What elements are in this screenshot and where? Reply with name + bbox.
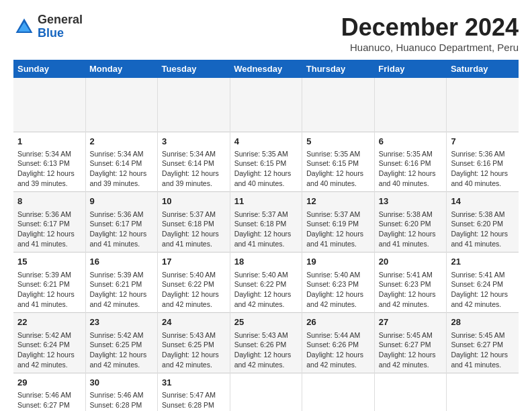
- day-number: 5: [306, 136, 370, 148]
- calendar-cell: 8Sunrise: 5:36 AMSunset: 6:17 PMDaylight…: [13, 192, 85, 253]
- calendar-cell: 21Sunrise: 5:41 AMSunset: 6:24 PMDayligh…: [447, 253, 519, 313]
- week-row-5: 22Sunrise: 5:42 AMSunset: 6:24 PMDayligh…: [13, 313, 519, 373]
- day-info: Sunrise: 5:35 AMSunset: 6:16 PMDaylight:…: [379, 149, 443, 189]
- logo: General Blue: [13, 13, 83, 40]
- day-info: Sunrise: 5:37 AMSunset: 6:19 PMDaylight:…: [306, 210, 370, 249]
- day-info: Sunrise: 5:35 AMSunset: 6:15 PMDaylight:…: [306, 149, 370, 189]
- calendar-cell: [230, 373, 302, 411]
- calendar-cell: 19Sunrise: 5:40 AMSunset: 6:23 PMDayligh…: [302, 253, 375, 313]
- day-number: 3: [162, 136, 226, 148]
- calendar-cell: 29Sunrise: 5:46 AMSunset: 6:27 PMDayligh…: [13, 373, 85, 411]
- week-row-6: 29Sunrise: 5:46 AMSunset: 6:27 PMDayligh…: [13, 373, 519, 411]
- day-info: Sunrise: 5:41 AMSunset: 6:23 PMDaylight:…: [379, 270, 443, 310]
- day-info: Sunrise: 5:46 AMSunset: 6:27 PMDaylight:…: [17, 390, 81, 411]
- location-title: Huanuco, Huanuco Department, Peru: [341, 42, 519, 53]
- calendar-cell: [374, 78, 447, 132]
- calendar-cell: 1Sunrise: 5:34 AMSunset: 6:13 PMDaylight…: [13, 132, 85, 192]
- calendar-cell: 10Sunrise: 5:37 AMSunset: 6:18 PMDayligh…: [158, 192, 230, 253]
- day-info: Sunrise: 5:35 AMSunset: 6:15 PMDaylight:…: [234, 149, 298, 189]
- day-number: 9: [90, 195, 154, 208]
- day-number: 21: [451, 256, 515, 268]
- col-header-sunday: Sunday: [13, 60, 85, 78]
- week-row-1: [13, 78, 519, 132]
- day-info: Sunrise: 5:45 AMSunset: 6:27 PMDaylight:…: [451, 330, 515, 370]
- calendar-cell: 26Sunrise: 5:44 AMSunset: 6:26 PMDayligh…: [302, 313, 375, 373]
- day-info: Sunrise: 5:40 AMSunset: 6:22 PMDaylight:…: [162, 270, 226, 310]
- calendar-cell: [447, 78, 519, 132]
- calendar-cell: [13, 78, 85, 132]
- day-number: 31: [162, 377, 226, 389]
- calendar-cell: 7Sunrise: 5:36 AMSunset: 6:16 PMDaylight…: [447, 132, 519, 192]
- day-number: 28: [451, 316, 515, 328]
- day-number: 4: [234, 136, 298, 148]
- week-row-2: 1Sunrise: 5:34 AMSunset: 6:13 PMDaylight…: [13, 132, 519, 192]
- day-info: Sunrise: 5:36 AMSunset: 6:16 PMDaylight:…: [451, 149, 515, 189]
- day-number: 17: [162, 256, 226, 268]
- day-info: Sunrise: 5:47 AMSunset: 6:28 PMDaylight:…: [162, 390, 226, 411]
- calendar-cell: 25Sunrise: 5:43 AMSunset: 6:26 PMDayligh…: [230, 313, 302, 373]
- calendar-cell: 28Sunrise: 5:45 AMSunset: 6:27 PMDayligh…: [447, 313, 519, 373]
- week-row-3: 8Sunrise: 5:36 AMSunset: 6:17 PMDaylight…: [13, 192, 519, 253]
- calendar-cell: 4Sunrise: 5:35 AMSunset: 6:15 PMDaylight…: [230, 132, 302, 192]
- calendar-cell: 31Sunrise: 5:47 AMSunset: 6:28 PMDayligh…: [158, 373, 230, 411]
- calendar-cell: 16Sunrise: 5:39 AMSunset: 6:21 PMDayligh…: [85, 253, 158, 313]
- calendar-cell: 9Sunrise: 5:36 AMSunset: 6:17 PMDaylight…: [85, 192, 158, 253]
- calendar-cell: 5Sunrise: 5:35 AMSunset: 6:15 PMDaylight…: [302, 132, 375, 192]
- day-number: 11: [234, 195, 298, 208]
- day-number: 7: [451, 136, 515, 148]
- calendar-cell: 17Sunrise: 5:40 AMSunset: 6:22 PMDayligh…: [158, 253, 230, 313]
- calendar-cell: 20Sunrise: 5:41 AMSunset: 6:23 PMDayligh…: [374, 253, 447, 313]
- col-header-thursday: Thursday: [302, 60, 375, 78]
- day-number: 22: [17, 316, 81, 328]
- day-number: 24: [162, 316, 226, 328]
- day-number: 1: [17, 136, 81, 148]
- calendar-cell: [302, 373, 375, 411]
- day-number: 27: [379, 316, 443, 328]
- day-number: 16: [90, 256, 154, 268]
- day-number: 12: [306, 195, 370, 208]
- calendar-cell: 22Sunrise: 5:42 AMSunset: 6:24 PMDayligh…: [13, 313, 85, 373]
- day-info: Sunrise: 5:41 AMSunset: 6:24 PMDaylight:…: [451, 270, 515, 310]
- day-number: 25: [234, 316, 298, 328]
- day-info: Sunrise: 5:39 AMSunset: 6:21 PMDaylight:…: [90, 270, 154, 310]
- day-number: 26: [306, 316, 370, 328]
- day-info: Sunrise: 5:45 AMSunset: 6:27 PMDaylight:…: [379, 330, 443, 370]
- day-info: Sunrise: 5:40 AMSunset: 6:23 PMDaylight:…: [306, 270, 370, 310]
- day-info: Sunrise: 5:36 AMSunset: 6:17 PMDaylight:…: [90, 210, 154, 249]
- calendar-cell: 30Sunrise: 5:46 AMSunset: 6:28 PMDayligh…: [85, 373, 158, 411]
- day-number: 19: [306, 256, 370, 268]
- calendar-cell: 11Sunrise: 5:37 AMSunset: 6:18 PMDayligh…: [230, 192, 302, 253]
- calendar-cell: 15Sunrise: 5:39 AMSunset: 6:21 PMDayligh…: [13, 253, 85, 313]
- calendar-cell: 13Sunrise: 5:38 AMSunset: 6:20 PMDayligh…: [374, 192, 447, 253]
- calendar-cell: 14Sunrise: 5:38 AMSunset: 6:20 PMDayligh…: [447, 192, 519, 253]
- day-info: Sunrise: 5:43 AMSunset: 6:26 PMDaylight:…: [234, 330, 298, 370]
- day-number: 29: [17, 377, 81, 389]
- calendar-cell: [302, 78, 375, 132]
- day-number: 18: [234, 256, 298, 268]
- calendar-cell: [374, 373, 447, 411]
- calendar-cell: [447, 373, 519, 411]
- day-number: 30: [90, 377, 154, 389]
- day-info: Sunrise: 5:36 AMSunset: 6:17 PMDaylight:…: [17, 210, 81, 249]
- month-title: December 2024: [341, 13, 519, 42]
- day-info: Sunrise: 5:38 AMSunset: 6:20 PMDaylight:…: [379, 210, 443, 249]
- col-header-wednesday: Wednesday: [230, 60, 302, 78]
- day-info: Sunrise: 5:43 AMSunset: 6:25 PMDaylight:…: [162, 330, 226, 370]
- day-info: Sunrise: 5:42 AMSunset: 6:25 PMDaylight:…: [90, 330, 154, 370]
- calendar-cell: 23Sunrise: 5:42 AMSunset: 6:25 PMDayligh…: [85, 313, 158, 373]
- day-info: Sunrise: 5:39 AMSunset: 6:21 PMDaylight:…: [17, 270, 81, 310]
- week-row-4: 15Sunrise: 5:39 AMSunset: 6:21 PMDayligh…: [13, 253, 519, 313]
- calendar-cell: 18Sunrise: 5:40 AMSunset: 6:22 PMDayligh…: [230, 253, 302, 313]
- day-number: 6: [379, 136, 443, 148]
- day-info: Sunrise: 5:37 AMSunset: 6:18 PMDaylight:…: [162, 210, 226, 249]
- calendar-cell: [158, 78, 230, 132]
- day-info: Sunrise: 5:37 AMSunset: 6:18 PMDaylight:…: [234, 210, 298, 249]
- day-number: 2: [90, 136, 154, 148]
- logo-text: General Blue: [38, 13, 83, 40]
- day-number: 10: [162, 195, 226, 208]
- day-info: Sunrise: 5:38 AMSunset: 6:20 PMDaylight:…: [451, 210, 515, 249]
- day-info: Sunrise: 5:42 AMSunset: 6:24 PMDaylight:…: [17, 330, 81, 370]
- logo-icon: [13, 16, 35, 38]
- day-number: 20: [379, 256, 443, 268]
- calendar-cell: 6Sunrise: 5:35 AMSunset: 6:16 PMDaylight…: [374, 132, 447, 192]
